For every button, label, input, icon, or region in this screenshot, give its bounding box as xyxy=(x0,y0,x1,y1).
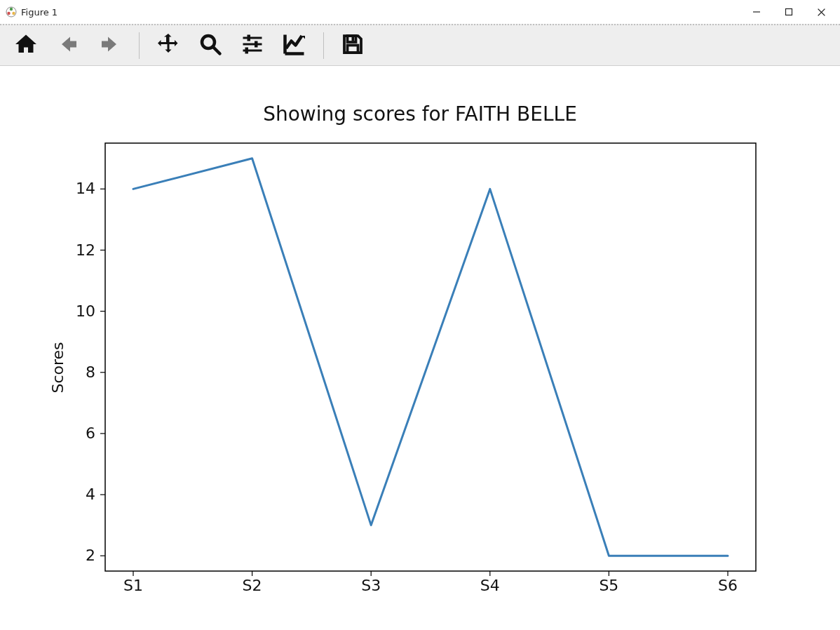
x-tick-label: S4 xyxy=(480,577,500,594)
window-close-button[interactable] xyxy=(805,1,837,22)
svg-rect-18 xyxy=(348,45,358,53)
chart-svg[interactable]: 2468101214S1S2S3S4S5S6 xyxy=(0,66,840,630)
app-icon xyxy=(6,6,17,18)
svg-rect-13 xyxy=(255,41,258,47)
subplots-button[interactable] xyxy=(238,31,267,60)
y-tick-label: 14 xyxy=(76,180,95,197)
y-tick-label: 2 xyxy=(86,547,95,564)
x-tick-label: S1 xyxy=(123,577,143,594)
back-button[interactable] xyxy=(53,31,83,60)
chart-line-icon xyxy=(282,32,307,60)
y-tick-label: 12 xyxy=(76,241,95,259)
svg-point-2 xyxy=(12,12,15,15)
sliders-icon xyxy=(240,32,265,60)
y-tick-label: 4 xyxy=(86,485,95,503)
svg-rect-15 xyxy=(245,47,249,53)
arrow-left-icon xyxy=(55,32,81,60)
svg-rect-17 xyxy=(352,36,355,41)
window-maximize-button[interactable] xyxy=(773,1,805,22)
svg-rect-11 xyxy=(248,34,251,41)
save-button[interactable] xyxy=(338,31,367,60)
forward-button[interactable] xyxy=(95,31,125,60)
plot-area: Showing scores for FAITH BELLE Scores 24… xyxy=(0,66,840,630)
toolbar-separator xyxy=(139,32,140,59)
search-icon xyxy=(198,32,223,60)
x-tick-label: S5 xyxy=(599,577,618,594)
move-icon xyxy=(156,32,181,60)
x-tick-label: S3 xyxy=(361,577,381,594)
home-icon xyxy=(13,32,39,60)
y-tick-label: 10 xyxy=(76,302,95,320)
svg-rect-10 xyxy=(243,36,262,39)
svg-point-3 xyxy=(7,12,10,15)
svg-rect-5 xyxy=(786,9,792,15)
y-tick-label: 6 xyxy=(86,424,95,442)
arrow-right-icon xyxy=(97,32,123,60)
y-tick-label: 8 xyxy=(86,363,95,381)
data-line xyxy=(133,159,728,556)
svg-rect-12 xyxy=(243,43,262,45)
matplotlib-toolbar xyxy=(0,24,840,66)
svg-point-1 xyxy=(10,8,13,11)
x-tick-label: S6 xyxy=(718,577,738,594)
window-titlebar: Figure 1 xyxy=(0,0,840,24)
window-title: Figure 1 xyxy=(21,7,57,18)
home-button[interactable] xyxy=(11,31,41,60)
svg-line-9 xyxy=(214,47,220,53)
x-tick-label: S2 xyxy=(243,577,262,594)
axes-button[interactable] xyxy=(280,31,309,60)
toolbar-separator xyxy=(323,32,324,59)
pan-button[interactable] xyxy=(154,31,183,60)
save-icon xyxy=(340,32,365,60)
zoom-button[interactable] xyxy=(196,31,225,60)
window-minimize-button[interactable] xyxy=(740,1,773,22)
